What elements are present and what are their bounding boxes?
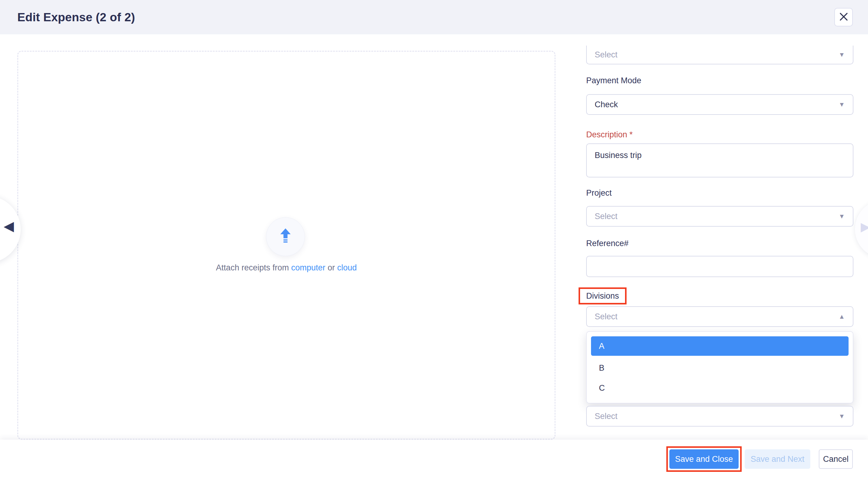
project-placeholder: Select: [595, 212, 839, 221]
required-asterisk: *: [629, 130, 633, 139]
top-select-field[interactable]: Select ▼: [586, 46, 854, 64]
attach-conjunction: or: [328, 263, 335, 272]
next-arrow-icon-disabled: ▶: [861, 220, 868, 233]
divisions-label: Divisions: [586, 291, 619, 301]
reference-label: Reference#: [586, 239, 629, 248]
modal-header: Edit Expense (2 of 2): [0, 0, 868, 34]
bottom-select-placeholder: Select: [595, 412, 839, 421]
save-and-close-button[interactable]: Save and Close: [670, 449, 739, 469]
divisions-dropdown-panel: A B C: [586, 331, 854, 404]
upload-receipt-button[interactable]: [266, 217, 305, 256]
bottom-select-field[interactable]: Select ▼: [586, 406, 854, 426]
reference-input[interactable]: [586, 256, 854, 277]
payment-mode-label: Payment Mode: [586, 76, 642, 85]
dropdown-option-b[interactable]: B: [591, 358, 848, 378]
top-select-placeholder: Select: [595, 50, 839, 60]
dropdown-option-c[interactable]: C: [591, 378, 848, 398]
attach-text: Attach receipts from: [216, 263, 289, 272]
attach-from-cloud-link[interactable]: cloud: [337, 263, 357, 272]
divisions-placeholder: Select: [595, 312, 839, 322]
project-label: Project: [586, 188, 612, 198]
chevron-down-icon: ▼: [839, 213, 845, 220]
save-and-next-button[interactable]: Save and Next: [745, 449, 810, 469]
project-select[interactable]: Select ▼: [586, 206, 854, 227]
chevron-down-icon: ▼: [839, 101, 845, 108]
description-input[interactable]: Business trip: [586, 143, 854, 177]
payment-mode-select[interactable]: Check ▼: [586, 94, 854, 115]
payment-mode-value: Check: [595, 100, 839, 109]
close-icon: [839, 12, 848, 23]
dropdown-option-a[interactable]: A: [591, 336, 848, 356]
cancel-button[interactable]: Cancel: [819, 449, 853, 469]
divisions-select[interactable]: Select ▲: [586, 306, 854, 327]
chevron-up-icon: ▲: [839, 313, 845, 320]
save-close-annotation-box: Save and Close: [666, 446, 742, 472]
attach-from-computer-link[interactable]: computer: [291, 263, 326, 272]
upload-arrow-icon: [277, 227, 294, 246]
close-button[interactable]: [834, 8, 853, 26]
previous-arrow-icon[interactable]: ◀: [4, 219, 14, 233]
chevron-down-icon: ▼: [839, 413, 845, 420]
chevron-down-icon: ▼: [839, 51, 845, 58]
description-label: Description *: [586, 130, 632, 140]
divisions-annotation-box: Divisions: [579, 288, 626, 304]
attach-instructions: Attach receipts from computer or cloud: [17, 263, 556, 272]
modal-title: Edit Expense (2 of 2): [17, 11, 135, 24]
